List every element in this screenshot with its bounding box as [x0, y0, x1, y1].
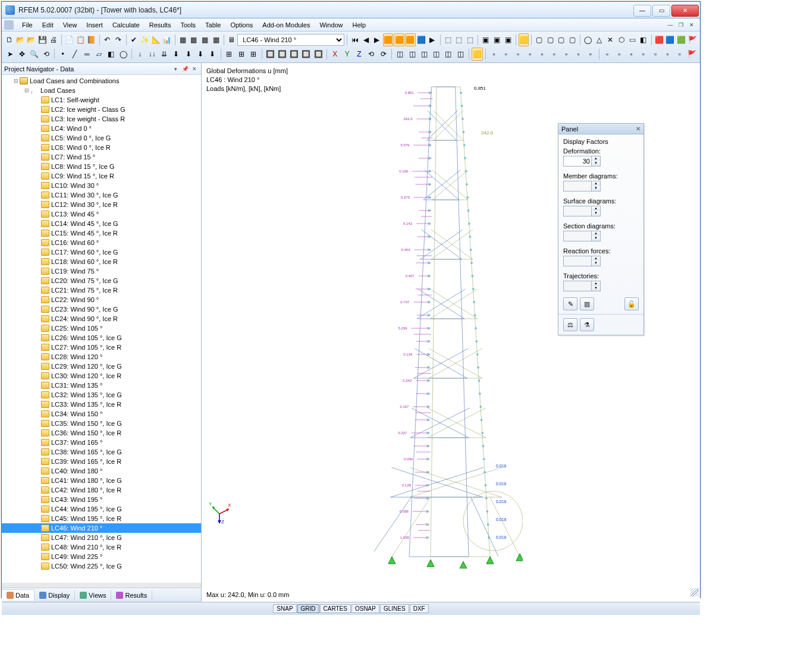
tb-g3[interactable]: ✕ — [605, 33, 616, 46]
tb-save[interactable]: 💾 — [37, 33, 48, 46]
tree-loadcase[interactable]: LC35: Wind 150 °, Ice G — [2, 419, 201, 428]
menu-calculate[interactable]: Calculate — [108, 20, 145, 30]
tb2-v1[interactable]: ⊞ — [224, 48, 235, 61]
section-input[interactable] — [563, 231, 592, 241]
menu-tools[interactable]: Tools — [175, 20, 200, 30]
tree-loadcase[interactable]: LC50: Wind 225 °, Ice G — [2, 561, 201, 571]
tree-loadcase[interactable]: LC38: Wind 165 °, Ice G — [2, 447, 201, 457]
tb2-vw3[interactable]: 🔲 — [288, 48, 300, 61]
doc-close-button[interactable]: ✕ — [687, 21, 696, 29]
tree-loadcase[interactable]: LC46: Wind 210 ° — [2, 523, 201, 533]
minimize-button[interactable]: — — [633, 5, 651, 17]
tb2-solid[interactable]: ◧ — [105, 48, 117, 61]
tb-m3[interactable]: ▣ — [503, 33, 513, 46]
maximize-button[interactable]: ▭ — [652, 5, 670, 17]
tree-loadcase[interactable]: LC49: Wind 225 ° — [2, 552, 201, 561]
tb-table2[interactable]: ▦ — [189, 33, 199, 46]
tb-m1[interactable]: ▣ — [481, 33, 491, 46]
tb2-line[interactable]: ╱ — [69, 48, 80, 61]
toggle-snap[interactable]: SNAP — [273, 604, 296, 613]
tb-f3[interactable]: 🟩 — [676, 33, 687, 46]
tree-loadcase[interactable]: LC3: Ice weight - Class R — [2, 114, 201, 124]
tb-calc2[interactable]: 📊 — [162, 33, 172, 46]
tree-loadcase[interactable]: LC29: Wind 120 °, Ice G — [2, 362, 201, 371]
tree-loadcase[interactable]: LC21: Wind 75 °, Ice R — [2, 285, 201, 295]
tb-hl[interactable]: 🟨 — [519, 33, 529, 46]
loadcase-dropdown[interactable]: LC46 - Wind 210 ° — [237, 34, 344, 46]
tree-loadcase[interactable]: LC25: Wind 105 ° — [2, 324, 201, 333]
tb-g1[interactable]: ◯ — [583, 33, 594, 46]
tree-loadcase[interactable]: LC36: Wind 150 °, Ice R — [2, 428, 201, 438]
tree-loadcase[interactable]: LC34: Wind 150 ° — [2, 409, 201, 419]
tb2-q1[interactable]: ▫ — [488, 48, 500, 61]
tree-loadcase[interactable]: LC48: Wind 210 °, Ice R — [2, 542, 201, 552]
tree-loadcase[interactable]: LC11: Wind 30 °, Ice G — [2, 190, 201, 200]
menu-addon-modules[interactable]: Add-on Modules — [258, 20, 315, 30]
panel-tool-scale[interactable]: ⚖ — [563, 318, 577, 331]
tb2-p3[interactable]: ◫ — [419, 48, 430, 61]
tb2-p5[interactable]: ◫ — [442, 48, 454, 61]
tb-table3[interactable]: ▦ — [200, 33, 211, 46]
tb-r2[interactable]: ⬚ — [454, 33, 464, 46]
tree-loadcase[interactable]: LC4: Wind 0 ° — [2, 124, 201, 133]
tb-redo[interactable]: ↷ — [113, 33, 124, 46]
tree-loadcase[interactable]: LC41: Wind 180 °, Ice G — [2, 476, 201, 485]
tb2-l3[interactable]: ⇊ — [158, 48, 169, 61]
tb2-v3[interactable]: ⊞ — [247, 48, 259, 61]
tree-loadcase[interactable]: LC20: Wind 75 °, Ice G — [2, 276, 201, 285]
tab-display[interactable]: Display — [34, 590, 75, 601]
menu-edit[interactable]: Edit — [37, 20, 58, 30]
tb2-w2[interactable]: ▫ — [614, 48, 625, 61]
tb-wand[interactable]: ✨ — [140, 33, 150, 46]
tab-views[interactable]: Views — [75, 590, 111, 601]
tree-loadcase[interactable]: LC19: Wind 75 ° — [2, 266, 201, 276]
tb2-ax2[interactable]: Y — [341, 48, 353, 61]
toggle-dxf[interactable]: DXF — [410, 604, 429, 613]
tb2-l6[interactable]: ⬇ — [194, 48, 206, 61]
tree-loadcase[interactable]: LC42: Wind 180 °, Ice R — [2, 485, 201, 495]
tree-loadcase[interactable]: LC6: Wind 0 °, Ice R — [2, 143, 201, 152]
tree-loadcase[interactable]: LC27: Wind 105 °, Ice R — [2, 343, 201, 352]
tb2-q9[interactable]: ▫ — [585, 48, 596, 61]
surface-spinner[interactable]: ▲▼ — [563, 206, 639, 216]
tb-m2[interactable]: ▣ — [492, 33, 503, 46]
tb-results3[interactable]: 🟧 — [405, 33, 416, 46]
menu-view[interactable]: View — [58, 20, 82, 30]
tb-nav-prev[interactable]: ◀ — [361, 33, 372, 46]
tb2-p6[interactable]: ◫ — [455, 48, 466, 61]
tab-data[interactable]: Data — [2, 589, 34, 601]
navigator-close-icon[interactable]: ✕ — [190, 65, 199, 73]
tb2-w8[interactable]: 🚩 — [686, 48, 697, 61]
tb-f1[interactable]: 🟥 — [654, 33, 665, 46]
tb-open[interactable]: 📂 — [15, 33, 26, 46]
tree-loadcase[interactable]: LC40: Wind 180 ° — [2, 466, 201, 476]
tb-s3[interactable]: ▢ — [556, 33, 567, 46]
tree-loadcase[interactable]: LC31: Wind 135 ° — [2, 381, 201, 390]
panel-tool-props[interactable]: ▥ — [580, 297, 594, 310]
tree-loadcase[interactable]: LC26: Wind 105 °, Ice G — [2, 333, 201, 343]
tb2-l1[interactable]: ↓ — [134, 48, 146, 61]
tb-g2[interactable]: △ — [594, 33, 605, 46]
tree-loadcase[interactable]: LC7: Wind 15 ° — [2, 152, 201, 162]
tb2-q6[interactable]: ▫ — [548, 48, 560, 61]
deformation-spinner[interactable]: ▲▼ — [563, 156, 639, 167]
tb2-surf[interactable]: ▱ — [93, 48, 105, 61]
tree-root[interactable]: ⊟Load Cases and Combinations — [2, 76, 201, 86]
navigator-pin-icon[interactable]: 📌 — [181, 65, 189, 73]
tree-loadcase[interactable]: LC16: Wind 60 ° — [2, 238, 201, 247]
tree-loadcase[interactable]: LC18: Wind 60 °, Ice R — [2, 257, 201, 266]
tb2-p2[interactable]: ◫ — [406, 48, 417, 61]
tb-results1[interactable]: 🟧 — [383, 33, 394, 46]
tb-r1[interactable]: ⬚ — [443, 33, 454, 46]
tb2-l2[interactable]: ↓↓ — [146, 48, 158, 61]
tree-loadcase[interactable]: LC30: Wind 120 °, Ice R — [2, 371, 201, 381]
tb2-w1[interactable]: ▫ — [601, 48, 613, 61]
tb2-ax5[interactable]: ⟳ — [378, 48, 389, 61]
tb2-q7[interactable]: ▫ — [561, 48, 572, 61]
reaction-input[interactable] — [563, 256, 592, 266]
tb-copy[interactable]: 📄 — [64, 33, 75, 46]
tb-book[interactable]: 📙 — [86, 33, 97, 46]
toggle-osnap[interactable]: OSNAP — [351, 604, 379, 613]
panel-tool-lock[interactable]: 🔓 — [624, 297, 639, 310]
menu-file[interactable]: File — [17, 20, 37, 30]
